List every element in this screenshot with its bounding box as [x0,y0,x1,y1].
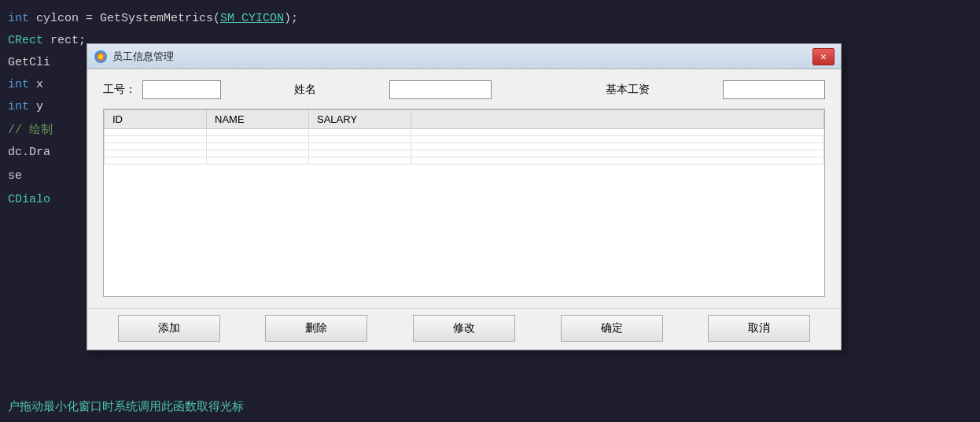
col-header-extra [411,110,824,129]
data-table-wrapper: ID NAME SALARY [103,109,825,297]
close-button[interactable]: ✕ [812,48,834,65]
keyword-int-1: int [8,9,29,29]
form-row: 工号： 姓名 基本工资 [103,80,825,99]
edit-button[interactable]: 修改 [413,315,515,342]
id-input[interactable] [142,80,221,99]
table-row [105,129,824,136]
name-label: 姓名 [294,83,316,97]
dialog-icon [94,50,108,64]
col-header-name: NAME [207,110,309,129]
add-button[interactable]: 添加 [118,315,220,342]
id-label: 工号： [103,83,136,97]
dialog-body: 工号： 姓名 基本工资 ID NAME SALARY [87,69,841,308]
salary-input[interactable] [723,80,825,99]
col-header-salary: SALARY [309,110,411,129]
dialog-title: 员工信息管理 [112,50,812,64]
ok-button[interactable]: 确定 [561,315,663,342]
name-input[interactable] [389,80,492,99]
bottom-status-text: 户拖动最小化窗口时系统调用此函数取得光标 [8,399,244,414]
delete-button[interactable]: 删除 [265,315,367,342]
salary-label: 基本工资 [606,83,650,97]
table-header-row: ID NAME SALARY [105,110,824,129]
dialog-title-bar[interactable]: 员工信息管理 ✕ [87,44,841,69]
employee-table: ID NAME SALARY [104,109,824,165]
table-row [105,136,824,143]
col-header-id: ID [105,110,207,129]
employee-dialog: 员工信息管理 ✕ 工号： 姓名 基本工资 ID NAME S [87,43,842,350]
svg-point-2 [98,54,103,59]
button-row: 添加 删除 修改 确定 取消 [87,308,841,350]
table-row [105,150,824,157]
code-line-1: int cylcon = GetSystemMetrics( SM_CYICON… [0,8,980,30]
table-row [105,157,824,165]
cancel-button[interactable]: 取消 [708,315,810,342]
table-body [105,129,824,165]
table-row [105,143,824,150]
